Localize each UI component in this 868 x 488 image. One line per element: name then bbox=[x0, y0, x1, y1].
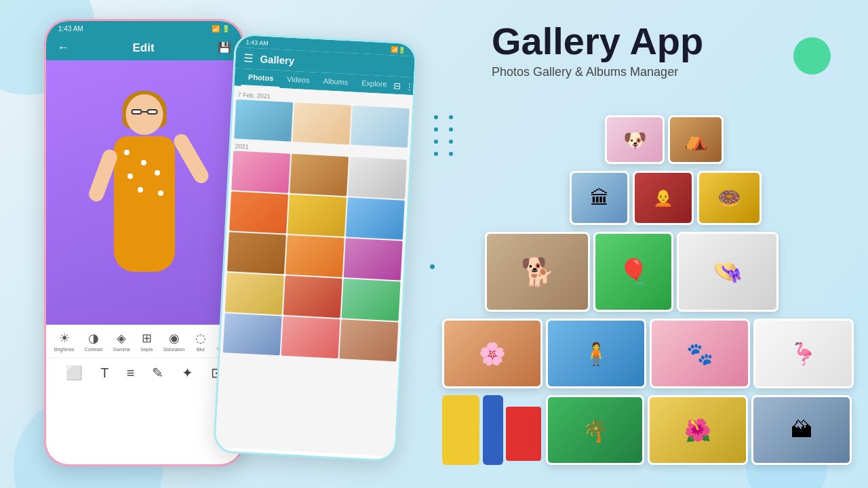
photo-tile-15[interactable]: 🏔 bbox=[751, 395, 852, 465]
crop-tool[interactable]: ⬜ bbox=[66, 365, 83, 381]
more-icon[interactable]: ⋮ bbox=[405, 81, 414, 92]
save-icon[interactable]: 💾 bbox=[218, 41, 231, 54]
app-subtitle: Photos Gallery & Albums Manager bbox=[492, 65, 703, 79]
photo-tile-8[interactable]: 👒 bbox=[677, 232, 778, 312]
photo-tile-1[interactable]: 🐶 bbox=[605, 115, 665, 164]
tab-photos[interactable]: Photos bbox=[241, 68, 281, 88]
color-block-red bbox=[506, 407, 541, 461]
photo-collage: 🐶 ⛺ 🏛 🧑‍🦲 🍩 🐕 🎈 👒 🌸 bbox=[427, 115, 868, 481]
phone-gallery-screen: 1:43 AM 📶🔋 ☰ Gallery Photos Videos Album… bbox=[213, 33, 418, 462]
brush-tool[interactable]: ✎ bbox=[152, 365, 163, 381]
single-dot bbox=[430, 264, 435, 269]
gallery-title: Gallery bbox=[260, 53, 295, 66]
photo-tile-13[interactable]: 🌴 bbox=[546, 395, 644, 465]
right-content-section: Gallery App Photos Gallery & Albums Mana… bbox=[427, 0, 868, 488]
gallery-row-1 bbox=[234, 100, 410, 148]
right-status-icons: 📶🔋 bbox=[391, 46, 406, 54]
brightness-tool[interactable]: ☀ Brightnes bbox=[54, 331, 75, 352]
edit-tools-row: ☀ Brightnes ◑ Contrast ◈ Gamma ⊞ Sepia ◉… bbox=[46, 325, 242, 357]
photo-tile-10[interactable]: 🧍 bbox=[546, 319, 646, 388]
saturation-tool[interactable]: ◉ Saturation bbox=[163, 331, 185, 352]
gallery-thumb[interactable] bbox=[344, 238, 403, 280]
saturation-icon: ◉ bbox=[169, 331, 180, 346]
gallery-thumb[interactable] bbox=[229, 191, 288, 233]
text-tool[interactable]: T bbox=[100, 365, 108, 381]
star-tool[interactable]: ✦ bbox=[182, 365, 193, 381]
left-phone-status: 1:43 AM 📶 🔋 bbox=[46, 21, 242, 35]
blur-icon: ◌ bbox=[195, 331, 206, 346]
gamma-tool[interactable]: ◈ Gamma bbox=[113, 331, 130, 352]
phone-edit-screen: 1:43 AM 📶 🔋 ← Edit 💾 bbox=[44, 19, 244, 466]
gallery-thumb[interactable] bbox=[283, 276, 342, 318]
gallery-thumb[interactable] bbox=[285, 235, 344, 277]
gallery-row-5 bbox=[225, 272, 401, 321]
gallery-thumb[interactable] bbox=[231, 150, 290, 192]
filter-icon[interactable]: ⊟ bbox=[393, 80, 401, 91]
left-phone-topbar: ← Edit 💾 bbox=[46, 35, 242, 60]
hamburger-icon[interactable]: ☰ bbox=[243, 52, 254, 65]
photo-tile-2[interactable]: ⛺ bbox=[668, 115, 724, 164]
woman-figure bbox=[90, 87, 199, 325]
gallery-row-3 bbox=[229, 191, 405, 239]
gallery-thumb[interactable] bbox=[348, 157, 407, 199]
edit-title: Edit bbox=[132, 41, 154, 55]
tab-videos[interactable]: Videos bbox=[280, 70, 317, 90]
gallery-thumb[interactable] bbox=[234, 100, 293, 142]
sepia-tool[interactable]: ⊞ Sepia bbox=[140, 331, 153, 352]
contrast-tool[interactable]: ◑ Contrast bbox=[85, 331, 102, 352]
gallery-thumb[interactable] bbox=[281, 317, 340, 359]
photo-tile-7[interactable]: 🎈 bbox=[593, 232, 673, 312]
status-time: 1:43 AM bbox=[58, 25, 83, 33]
brightness-label: Brightnes bbox=[54, 347, 75, 352]
photo-edit-area bbox=[46, 60, 242, 325]
photo-tile-14[interactable]: 🌺 bbox=[648, 395, 748, 465]
photo-tile-6[interactable]: 🐕 bbox=[485, 232, 590, 312]
gallery-row-6 bbox=[223, 313, 399, 361]
dot-pattern bbox=[434, 115, 456, 156]
gallery-thumb[interactable] bbox=[225, 272, 284, 314]
color-block-yellow bbox=[442, 395, 479, 465]
woman-head bbox=[125, 94, 163, 135]
gallery-thumb[interactable] bbox=[288, 195, 347, 237]
app-title: Gallery App bbox=[492, 20, 703, 62]
app-title-area: Gallery App Photos Gallery & Albums Mana… bbox=[492, 20, 703, 79]
gallery-thumb[interactable] bbox=[342, 279, 401, 321]
gallery-thumb[interactable] bbox=[290, 154, 349, 196]
contrast-icon: ◑ bbox=[88, 331, 99, 346]
photo-tile-9[interactable]: 🌸 bbox=[442, 319, 542, 388]
blur-tool[interactable]: ◌ Blur bbox=[195, 331, 206, 352]
saturation-label: Saturation bbox=[163, 347, 185, 352]
gallery-row-4 bbox=[227, 232, 403, 280]
photo-tile-3[interactable]: 🏛 bbox=[570, 171, 629, 225]
gamma-label: Gamma bbox=[113, 347, 130, 352]
photo-tile-4[interactable]: 🧑‍🦲 bbox=[633, 171, 694, 225]
contrast-label: Contrast bbox=[85, 347, 102, 352]
tab-action-icons: ⊟ ⋮ bbox=[393, 77, 414, 96]
gallery-row-2 bbox=[231, 150, 407, 199]
bottom-tools-row: ⬜ T ≡ ✎ ✦ ⊡ bbox=[46, 357, 242, 388]
gallery-thumb[interactable] bbox=[227, 232, 286, 274]
color-block-blue bbox=[483, 395, 503, 465]
gallery-thumb[interactable] bbox=[339, 319, 398, 361]
tab-explore[interactable]: Explore bbox=[354, 75, 394, 94]
tab-albums[interactable]: Albums bbox=[316, 73, 355, 92]
gallery-thumb[interactable] bbox=[223, 313, 282, 355]
sepia-icon: ⊞ bbox=[142, 331, 152, 346]
status-icons: 📶 🔋 bbox=[212, 25, 230, 33]
sepia-label: Sepia bbox=[140, 347, 153, 352]
photo-tile-12[interactable]: 🦩 bbox=[753, 319, 854, 388]
photo-tile-5[interactable]: 🍩 bbox=[697, 171, 762, 225]
gamma-icon: ◈ bbox=[117, 331, 126, 346]
gallery-thumb[interactable] bbox=[351, 106, 410, 148]
gallery-grid: 7 Feb, 2021 2021 bbox=[215, 85, 413, 456]
right-status-time: 1:43 AM bbox=[245, 39, 269, 47]
back-button[interactable]: ← bbox=[57, 41, 69, 55]
brightness-icon: ☀ bbox=[59, 331, 70, 346]
gallery-thumb[interactable] bbox=[346, 197, 405, 239]
gallery-thumb[interactable] bbox=[292, 102, 351, 144]
blur-label: Blur bbox=[197, 347, 205, 352]
adjust-tool[interactable]: ≡ bbox=[127, 365, 135, 381]
photo-tile-11[interactable]: 🐾 bbox=[650, 319, 750, 388]
